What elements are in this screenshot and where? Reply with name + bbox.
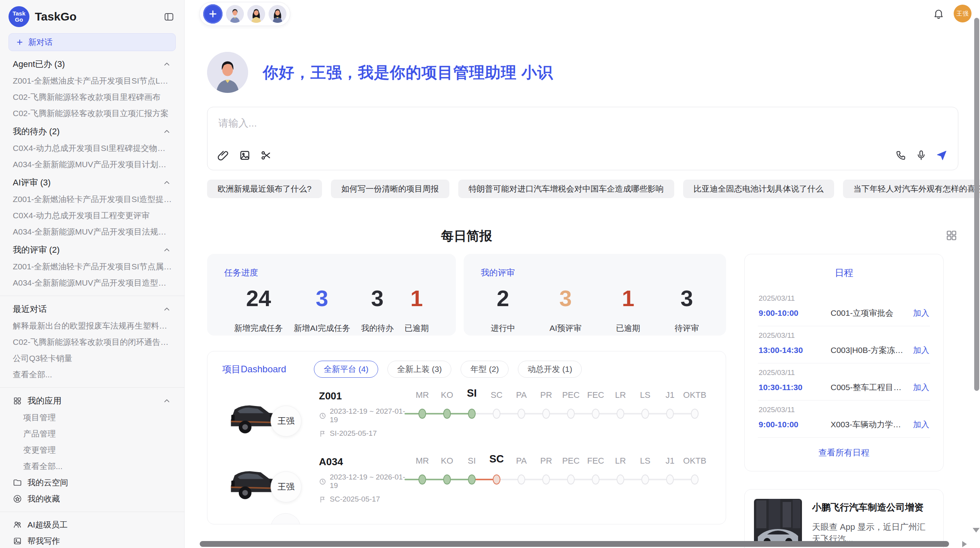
sidebar-section-header[interactable]: 我的评审 (2) [0, 241, 184, 259]
milestone-dot[interactable] [617, 409, 624, 419]
view-all-schedule-link[interactable]: 查看所有日程 [758, 447, 930, 459]
phone-icon[interactable] [895, 149, 907, 163]
scroll-down-arrow-icon[interactable] [973, 528, 980, 533]
sidebar-recent-header[interactable]: 最近对话 [0, 301, 184, 318]
sidebar-item[interactable]: A034-全新新能源MUV产品开发项目法规符合性评审 [0, 224, 184, 240]
join-meeting-link[interactable]: 加入 [913, 419, 929, 430]
sidebar-item[interactable]: C0X4-动力总成开发项目工程变更评审 [0, 207, 184, 224]
app-menu-item[interactable]: 产品管理 [0, 426, 184, 442]
main-area: 王强 你好，王强，我是你的项目管理助理 小识 [185, 0, 980, 548]
milestone-dot[interactable] [617, 474, 624, 485]
sidebar-item[interactable]: A034-全新新能源MUV产品开发项目计划变更表编写 [0, 156, 184, 173]
milestone-dot[interactable] [567, 474, 575, 485]
milestone-dot[interactable] [517, 409, 525, 419]
milestone-dot[interactable] [542, 409, 550, 419]
milestone-dot[interactable] [443, 409, 451, 419]
sidebar-item[interactable]: C0X4-动力总成开发项目SI里程碑提交物检查 [0, 140, 184, 156]
microphone-icon[interactable] [915, 149, 927, 163]
milestone-dot[interactable] [468, 409, 476, 419]
milestone-dot[interactable] [493, 409, 500, 419]
sidebar-item[interactable]: A034-全新新能源MUV产品开发项目造型可行性评审 [0, 275, 184, 291]
milestone-dot[interactable] [641, 409, 649, 419]
milestone-dot[interactable] [666, 409, 674, 419]
sidebar-item[interactable]: C02-飞腾新能源轻客改款项目立项汇报方案 [0, 105, 184, 122]
sidebar-tool-image[interactable]: 帮我写作 [0, 533, 184, 548]
chat-input[interactable] [218, 117, 799, 129]
project-flag-text: SI-2025-05-17 [330, 429, 377, 438]
sidebar-item[interactable]: Z001-全新燃油皮卡产品开发项目SI节点Lesson Learn报告 [0, 73, 184, 89]
stat: 3我的待办 [361, 287, 394, 334]
project-row[interactable]: 王强Z0012023-12-19 ~ 2027-01-19SI-2025-05-… [222, 384, 711, 450]
suggestion-chip[interactable]: 当下年轻人对汽车外观有怎样的喜好趋势 [843, 180, 980, 198]
sidebar-item[interactable]: C02-飞腾新能源轻客改款项目里程碑画布 [0, 89, 184, 105]
bell-icon[interactable] [933, 8, 944, 19]
collapse-sidebar-icon[interactable] [164, 12, 174, 22]
project-row[interactable]: 王强A0342023-12-19 ~ 2026-01-19SC-2025-05-… [222, 450, 711, 515]
image-upload-icon[interactable] [239, 149, 251, 163]
app-menu-item[interactable]: 项目管理 [0, 409, 184, 426]
sidebar-apps-header[interactable]: 我的应用 [0, 392, 184, 409]
dashboard-tab[interactable]: 动总开发 (1) [518, 361, 582, 378]
agent-avatar[interactable] [269, 5, 286, 23]
milestone-dot[interactable] [592, 474, 600, 485]
apps-view-all-link[interactable]: 查看全部... [0, 458, 184, 474]
paperclip-icon[interactable] [218, 149, 230, 163]
vertical-scrollbar[interactable] [974, 18, 979, 391]
dashboard-tab[interactable]: 全新平台 (4) [314, 361, 378, 378]
sidebar-item[interactable]: Z001-全新燃油轻卡产品开发项目SI节点属性5D文件评审 [0, 259, 184, 275]
milestone-dot[interactable] [418, 474, 426, 485]
recent-view-all-link[interactable]: 查看全部... [0, 366, 184, 383]
sidebar-section-header[interactable]: Agent已办 (3) [0, 56, 184, 73]
suggestion-chip[interactable]: 欧洲新规最近颁布了什么? [207, 180, 322, 198]
schedule-list: 2025/03/119:00-10:00C001-立项审批会加入2025/03/… [758, 289, 930, 438]
recent-conversation-item[interactable]: 公司Q3轻卡销量 [0, 350, 184, 366]
recent-conversation-item[interactable]: C02-飞腾新能源轻客改款项目的闭环通告反馈情况 [0, 334, 184, 350]
agent-avatar[interactable] [247, 5, 265, 23]
dashboard-tab[interactable]: 年型 (2) [461, 361, 509, 378]
milestone-dot[interactable] [691, 474, 699, 485]
sidebar-tools: AI超级员工帮我写作创意制图 [0, 517, 184, 548]
new-chat-button[interactable]: 新对话 [9, 33, 176, 51]
send-icon[interactable] [935, 149, 948, 163]
project-flag-text: SC-2025-05-17 [330, 495, 380, 503]
app-menu-item[interactable]: 变更管理 [0, 442, 184, 458]
suggestion-chip[interactable]: 如何写一份清晰的项目周报 [331, 180, 449, 198]
sidebar-section-header[interactable]: AI评审 (3) [0, 174, 184, 191]
schedule-time: 13:00-14:30 [759, 346, 820, 355]
milestone-dot[interactable] [418, 409, 426, 419]
milestone-dot[interactable] [592, 409, 600, 419]
horizontal-scrollbar[interactable] [200, 541, 949, 547]
sidebar-section-header[interactable]: 我的待办 (2) [0, 123, 184, 140]
milestone-dot[interactable] [542, 474, 550, 485]
milestone-dot[interactable] [493, 474, 500, 485]
scissors-icon[interactable] [260, 149, 272, 163]
user-avatar[interactable]: 王强 [954, 5, 971, 22]
suggestion-chip[interactable]: 比亚迪全固态电池计划具体说了什么 [683, 180, 834, 198]
milestone-dot[interactable] [641, 474, 649, 485]
sidebar-tool-people[interactable]: AI超级员工 [0, 517, 184, 533]
join-meeting-link[interactable]: 加入 [913, 308, 929, 319]
recent-conversation-item[interactable]: 解释最新出台的欧盟报废车法规再生塑料比例被调至15%... [0, 318, 184, 334]
join-meeting-link[interactable]: 加入 [913, 345, 929, 356]
milestone-dot[interactable] [443, 474, 451, 485]
layout-grid-icon[interactable] [945, 229, 958, 241]
news-card[interactable]: 小鹏飞行汽车制造公司增资 天眼查 App 显示，近日广州汇天飞行汽... [744, 489, 944, 548]
sidebar-section-title: 我的评审 (2) [13, 244, 60, 256]
milestone-dot[interactable] [691, 409, 699, 419]
agent-avatar[interactable] [226, 5, 244, 23]
milestone-dot[interactable] [517, 474, 525, 485]
dashboard-tab[interactable]: 全新上装 (3) [387, 361, 452, 378]
add-agent-button[interactable] [203, 4, 223, 24]
suggestion-chip[interactable]: 特朗普可能对进口汽车增税会对中国车企造成哪些影响 [458, 180, 674, 198]
scroll-right-arrow-icon[interactable] [962, 541, 967, 547]
join-meeting-link[interactable]: 加入 [913, 382, 929, 393]
sidebar-link-star[interactable]: 我的收藏 [0, 491, 184, 507]
milestone-dot[interactable] [666, 474, 674, 485]
project-rows: 王强Z0012023-12-19 ~ 2027-01-19SI-2025-05-… [222, 384, 711, 515]
stat: 3新增AI完成任务 [294, 287, 350, 334]
sidebar-link-folder[interactable]: 我的云空间 [0, 474, 184, 491]
star-icon [13, 494, 22, 503]
milestone-dot[interactable] [468, 474, 476, 485]
milestone-dot[interactable] [567, 409, 575, 419]
sidebar-item[interactable]: Z001-全新燃油轻卡产品开发项目SI造型提交物评审 [0, 191, 184, 207]
